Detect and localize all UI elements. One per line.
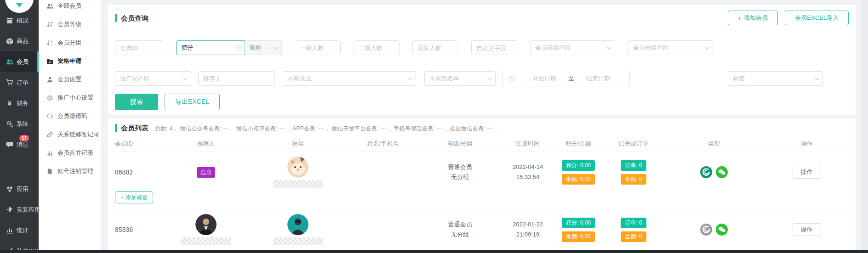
sidebar-item-finance[interactable]: ¥财务 — [0, 93, 39, 113]
submenu-item-gear[interactable]: 推广中心设置 — [39, 89, 101, 107]
column-header-completed-orders: 已完成订单 — [619, 140, 649, 148]
submenu-item-sort-level[interactable]: 会员等级 — [39, 15, 101, 34]
member-id-input[interactable] — [115, 40, 163, 55]
member-type-cell — [700, 224, 728, 236]
register-time: 21:09:19 — [513, 230, 543, 240]
submenu-item-user[interactable]: 会员设置 — [39, 70, 101, 89]
row-action-button[interactable]: 操作 — [793, 166, 821, 179]
member-row: 85336 — [108, 209, 856, 247]
orders-badge: 订单: 0 — [621, 160, 646, 171]
sidebar-item-label: 系统 — [17, 120, 29, 128]
tag-value: 标签 — [733, 74, 745, 83]
register-time-cell: 2022-01-22 21:09:19 — [513, 219, 543, 240]
sidebar-item-label: 订单 — [17, 79, 29, 87]
submenu-item-code[interactable]: 会员邀请码 — [39, 107, 101, 125]
open-platform-icon — [700, 224, 712, 236]
fan-avatar-image — [287, 214, 308, 235]
referrer-store-badge: 总店 — [197, 167, 215, 178]
sidebar-item-label: 应用 — [17, 185, 29, 193]
add-member-button[interactable]: + 添加会员 — [728, 11, 778, 25]
submenu-item-file[interactable]: 账号注销管理 — [39, 162, 101, 180]
keyword-group: × 昵称 — [176, 40, 282, 55]
fan-avatar[interactable] — [287, 157, 308, 178]
sidebar-item-apps[interactable]: 应用 — [0, 179, 39, 199]
register-date: 2022-04-14 — [513, 162, 543, 172]
referrer-input[interactable] — [198, 71, 275, 86]
apps-icon — [6, 186, 13, 193]
sidebar-item-overview[interactable]: 概况 — [0, 10, 39, 31]
member-level-value: 会员等级不限 — [535, 44, 571, 52]
keyword-type-select[interactable]: 昵称 — [245, 40, 282, 55]
sidebar-item-install[interactable]: 安装应用 — [0, 199, 39, 220]
submenu-item-label: 推广中心设置 — [57, 94, 93, 102]
cat-avatar-image — [287, 157, 308, 178]
sidebar-item-label: 概况 — [17, 17, 29, 25]
submenu-item-label: 资格申请 — [57, 57, 81, 65]
submenu-item-chart[interactable]: 会员合并记录 — [39, 144, 101, 162]
team-count-input[interactable] — [412, 40, 458, 55]
submenu-item-sort-group[interactable]: AZ会员分组 — [39, 34, 101, 52]
register-date: 2022-01-22 — [513, 219, 543, 230]
keyword-input[interactable] — [176, 40, 245, 55]
blacklist-select[interactable]: 不限黑名单 — [424, 71, 496, 86]
member-admin-screen: 概况商品会员订单¥财务系统消息17应用安装应用统计装修DIY 全部会员会员等级A… — [0, 0, 868, 253]
column-header-actions: 操作 — [801, 140, 813, 148]
level1-count-input[interactable] — [295, 40, 341, 55]
folder-check-icon — [46, 58, 53, 65]
main-content: 会员查询 + 添加会员 会员EXCEL导入 × — [101, 0, 868, 253]
follow-select[interactable]: 不限关注 — [283, 71, 416, 86]
member-group-select[interactable]: 会员分组不限 — [628, 40, 713, 55]
sidebar-item-goods[interactable]: 商品 — [0, 31, 39, 51]
submenu-item-folder-check[interactable]: 资格申请 — [39, 52, 101, 70]
sidebar-item-system[interactable]: 系统 — [0, 113, 39, 134]
level-group-cell: 普通会员 无分组 — [448, 219, 472, 240]
sidebar-item-orders[interactable]: 订单 — [0, 72, 39, 93]
dark-sidebar: 概况商品会员订单¥财务系统消息17应用安装应用统计装修DIY — [0, 0, 39, 253]
column-header-referrer: 推荐人 — [197, 140, 215, 148]
scrollbar-track[interactable] — [862, 0, 868, 253]
sidebar-item-stats[interactable]: 统计 — [0, 220, 39, 241]
level2-count-input[interactable] — [354, 40, 400, 55]
blurred-nickname — [273, 180, 323, 188]
referrer-avatar[interactable] — [195, 214, 217, 235]
export-excel-button[interactable]: 导出EXCEL — [165, 94, 220, 110]
message-count-badge: 17 — [19, 135, 29, 141]
file-icon — [46, 168, 53, 175]
points-badge: 积分: 0.00 — [562, 160, 595, 171]
chevron-down-icon — [183, 76, 188, 80]
svg-text:A: A — [51, 39, 52, 42]
row-action-button[interactable]: 操作 — [793, 223, 821, 236]
member-level-select[interactable]: 会员等级不限 — [530, 40, 615, 55]
submenu-item-users[interactable]: 全部会员 — [39, 0, 101, 15]
blacklist-value: 不限黑名单 — [429, 74, 459, 83]
search-button[interactable]: 搜索 — [115, 94, 158, 110]
tag-select[interactable]: 标签 — [728, 71, 823, 86]
submenu-item-label: 账号注销管理 — [57, 167, 93, 175]
submenu-item-link[interactable]: 关系链修改记录 — [39, 125, 101, 144]
member-level: 普通会员 — [448, 219, 472, 230]
chevron-down-icon — [705, 45, 709, 50]
level-group-cell: 普通会员 无分组 — [448, 162, 472, 182]
fan-avatar[interactable] — [287, 214, 308, 235]
add-tag-button[interactable]: + 添加标签 — [115, 191, 153, 203]
submenu-item-label: 关系链修改记录 — [57, 130, 99, 139]
column-header-register-time: 注册时间 — [516, 140, 540, 148]
points-balance-cell: 积分: 0.00 余额: 0.00 — [562, 218, 595, 242]
sidebar-item-message[interactable]: 消息17 — [0, 134, 39, 155]
orders-icon — [6, 79, 13, 86]
sidebar-item-members[interactable]: 会员 — [0, 51, 39, 72]
clear-keyword-icon[interactable]: × — [235, 45, 242, 51]
custom-field-input[interactable] — [471, 40, 517, 55]
points-balance-cell: 积分: 0.00 余额: 0.00 — [562, 160, 595, 185]
user-icon — [46, 76, 53, 83]
excel-import-button[interactable]: 会员EXCEL导入 — [785, 11, 849, 25]
member-group: 无分组 — [448, 230, 472, 240]
register-time: 15:33:54 — [513, 172, 543, 182]
promoter-select[interactable]: 推广员不限 — [115, 71, 191, 86]
member-group-value: 会员分组不限 — [633, 44, 669, 52]
sidebar-item-label: 消息 — [17, 141, 29, 149]
register-date-range-picker[interactable]: 开始日期 至 结束日期 — [503, 71, 630, 86]
chevron-down-icon — [408, 76, 412, 80]
goods-icon — [6, 38, 13, 45]
plus-icon: + — [738, 15, 742, 22]
